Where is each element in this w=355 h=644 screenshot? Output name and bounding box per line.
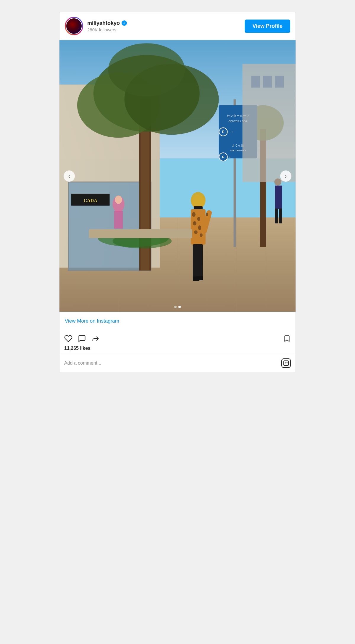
username: miliyahtokyo: [87, 20, 120, 26]
svg-point-61: [206, 213, 208, 216]
svg-rect-67: [275, 186, 282, 209]
avatar-wrapper[interactable]: [65, 17, 83, 35]
svg-point-24: [115, 196, 122, 204]
svg-rect-48: [263, 76, 272, 88]
svg-point-56: [193, 221, 196, 226]
svg-rect-49: [275, 76, 284, 88]
svg-point-54: [192, 212, 196, 217]
svg-rect-47: [251, 76, 260, 88]
profile-info: miliyahtokyo 280K followers: [87, 20, 127, 32]
avatar: [66, 18, 82, 34]
post-image-container: CADA センタールーフ CENTER: [59, 40, 296, 312]
carousel-dots: [174, 306, 181, 308]
like-button[interactable]: [64, 334, 72, 343]
instagram-logo-icon: [283, 360, 289, 366]
comment-icon: [78, 334, 86, 343]
svg-point-66: [274, 178, 281, 186]
comment-row: Add a comment...: [59, 354, 296, 372]
svg-rect-68: [275, 209, 278, 223]
carousel-prev-button[interactable]: ‹: [64, 170, 75, 182]
svg-point-30: [108, 43, 185, 96]
svg-text:さくら坂: さくら坂: [232, 144, 244, 147]
instagram-card: miliyahtokyo 280K followers View Profile: [59, 12, 296, 372]
view-more-link[interactable]: View More on Instagram: [59, 312, 296, 330]
post-header: miliyahtokyo 280K followers View Profile: [59, 12, 296, 40]
carousel-dot-1[interactable]: [174, 306, 177, 308]
svg-point-57: [198, 226, 201, 230]
username-row: miliyahtokyo: [87, 20, 127, 26]
comment-button[interactable]: [78, 334, 86, 343]
carousel-next-button[interactable]: ›: [280, 170, 291, 182]
post-image: CADA センタールーフ CENTER: [59, 40, 296, 312]
heart-icon: [64, 334, 72, 343]
share-button[interactable]: [91, 334, 100, 343]
bookmark-icon: [283, 335, 291, 342]
verified-badge-icon: [122, 20, 127, 26]
svg-rect-69: [279, 209, 282, 223]
carousel-dot-2[interactable]: [178, 306, 181, 308]
svg-point-51: [191, 192, 206, 209]
svg-text:P: P: [222, 155, 225, 159]
svg-point-59: [200, 234, 203, 237]
profile-left: miliyahtokyo 280K followers: [65, 17, 127, 35]
followers-count: 280K followers: [87, 27, 127, 32]
street-scene-svg: CADA センタールーフ CENTER: [59, 40, 296, 312]
svg-point-55: [197, 217, 200, 221]
view-profile-button[interactable]: View Profile: [245, 20, 290, 33]
actions-left: [64, 334, 100, 343]
svg-rect-72: [89, 229, 192, 238]
svg-rect-65: [196, 276, 203, 280]
svg-text:←: ←: [228, 154, 233, 159]
svg-rect-63: [196, 244, 203, 278]
actions-row: [59, 330, 296, 344]
svg-rect-23: [114, 211, 123, 229]
svg-point-58: [194, 231, 198, 234]
instagram-icon-button[interactable]: [281, 358, 291, 368]
svg-text:→: →: [230, 129, 234, 134]
share-icon: [91, 334, 100, 343]
comment-placeholder[interactable]: Add a comment...: [64, 360, 101, 366]
likes-count: 11,265 likes: [59, 344, 296, 354]
svg-text:CADA: CADA: [84, 198, 98, 203]
svg-text:P: P: [222, 130, 225, 134]
bookmark-button[interactable]: [283, 335, 291, 342]
